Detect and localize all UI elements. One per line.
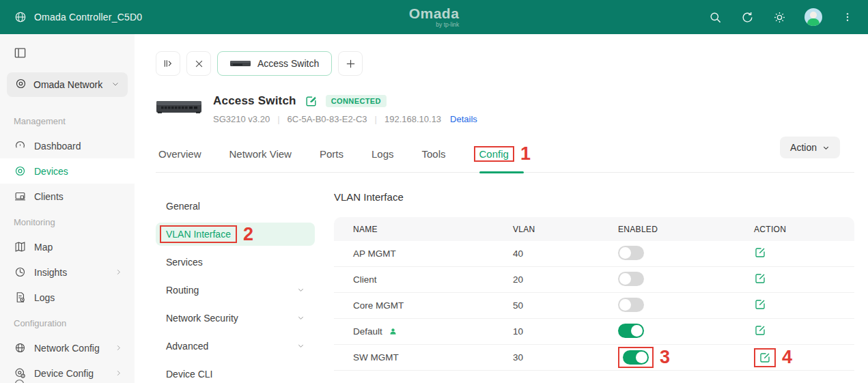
active-tab-underline [479, 171, 524, 173]
insights-icon [14, 266, 26, 279]
edit-action-icon[interactable] [759, 352, 771, 364]
table-row: Default 10 [334, 319, 854, 345]
annotation-box-1: Config [474, 146, 514, 162]
col-action: ACTION [754, 225, 854, 234]
section-label-management: Management [0, 108, 135, 133]
site-pin-icon [15, 78, 27, 91]
sidebar-collapse-icon[interactable] [14, 46, 27, 60]
pane-title: VLAN Interface [334, 191, 854, 203]
device-tab-access-switch[interactable]: Access Switch [217, 51, 332, 76]
search-icon[interactable] [708, 10, 722, 24]
subnav-item-advanced[interactable]: Advanced [156, 335, 315, 358]
table-row: Client 20 [334, 267, 854, 293]
annotation-number-2: 2 [243, 225, 253, 244]
chevron-right-icon [115, 267, 122, 278]
sidebar: Omada Network Management Dashboard Devic… [0, 34, 135, 383]
subnav-item-services[interactable]: Services [156, 251, 315, 274]
sidebar-item-insights[interactable]: Insights [0, 259, 135, 285]
edit-action-icon[interactable] [754, 272, 766, 285]
status-badge: CONNECTED [326, 95, 387, 107]
more-menu-icon[interactable] [841, 10, 854, 24]
switch-thumbnail-icon [230, 59, 251, 68]
edit-action-icon[interactable] [754, 324, 766, 337]
edit-action-icon[interactable] [754, 246, 766, 259]
sidebar-item-logs[interactable]: Logs [0, 285, 135, 310]
expand-panel-button[interactable] [156, 51, 180, 76]
subnav-item-network-security[interactable]: Network Security [156, 307, 315, 330]
device-tab-bar: Access Switch [156, 51, 854, 76]
controller-title: Omada Controller_C5D0 [34, 12, 142, 23]
annotation-number-3: 3 [660, 348, 670, 367]
table-row: SW MGMT 30 3 [334, 345, 854, 371]
devices-icon [14, 165, 26, 178]
globe-icon [14, 10, 27, 24]
tab-logs[interactable]: Logs [372, 148, 394, 160]
user-avatar[interactable] [804, 8, 822, 26]
subnav-item-general[interactable]: General [156, 195, 315, 218]
brightness-icon[interactable] [772, 10, 786, 24]
sidebar-item-map[interactable]: Map [0, 234, 135, 259]
device-tabs: Overview Network View Ports Logs Tools C… [156, 145, 854, 173]
subnav-item-device-cli[interactable]: Device CLI [156, 363, 315, 383]
chevron-down-icon [822, 144, 830, 152]
annotation-number-4: 4 [782, 348, 792, 367]
annotation-box-3 [618, 347, 654, 368]
sidebar-item-partial-icon [14, 378, 25, 383]
refresh-icon[interactable] [740, 10, 754, 24]
enabled-toggle[interactable] [618, 324, 644, 338]
tab-tools[interactable]: Tools [421, 148, 445, 160]
device-header: Access Switch CONNECTED SG3210 v3.20 | 6… [156, 94, 854, 124]
enabled-toggle[interactable] [618, 272, 644, 286]
sidebar-item-dashboard[interactable]: Dashboard [0, 133, 135, 158]
omada-logo: Omada by tp-link [409, 6, 460, 28]
section-label-configuration: Configuration [0, 310, 135, 335]
sidebar-item-devices[interactable]: Devices [0, 158, 135, 184]
device-model: SG3210 v3.20 [213, 114, 270, 124]
tab-overview[interactable]: Overview [158, 148, 201, 160]
subnav-item-routing[interactable]: Routing [156, 279, 315, 302]
col-vlan: VLAN [513, 225, 618, 234]
enabled-toggle[interactable] [618, 298, 644, 312]
chevron-right-icon [115, 343, 122, 354]
table-header: NAME VLAN ENABLED ACTION [334, 217, 854, 241]
add-tab-button[interactable] [338, 51, 363, 76]
edit-action-icon[interactable] [754, 298, 766, 311]
subnav-item-vlan-interface[interactable]: VLAN Interface 2 [156, 223, 315, 246]
tab-ports[interactable]: Ports [320, 148, 344, 160]
site-selector[interactable]: Omada Network [7, 72, 128, 97]
chevron-right-icon [115, 368, 122, 379]
edit-device-name-icon[interactable] [305, 95, 318, 108]
tab-network-view[interactable]: Network View [229, 148, 292, 160]
config-subnav: General VLAN Interface 2 Services Routin… [156, 187, 315, 383]
chevron-down-icon [297, 285, 305, 296]
action-button[interactable]: Action [780, 137, 840, 158]
sidebar-item-network-config[interactable]: Network Config [0, 335, 135, 360]
vlan-table: NAME VLAN ENABLED ACTION AP MGMT 40 [334, 217, 854, 371]
table-row: Core MGMT 50 [334, 293, 854, 319]
vlan-interface-pane: VLAN Interface NAME VLAN ENABLED ACTION … [315, 187, 854, 383]
enabled-toggle[interactable] [623, 350, 649, 365]
table-row: AP MGMT 40 [334, 241, 854, 267]
tab-config[interactable]: Config [479, 148, 509, 160]
section-label-monitoring: Monitoring [0, 209, 135, 234]
map-icon [14, 241, 26, 253]
top-bar: Omada Controller_C5D0 Omada by tp-link [0, 0, 868, 34]
logs-icon [14, 292, 26, 304]
gauge-icon [14, 140, 26, 152]
switch-device-image [156, 96, 202, 117]
annotation-box-2: VLAN Interface [160, 225, 237, 243]
device-mac: 6C-5A-B0-83-E2-C3 [288, 114, 367, 124]
enabled-toggle[interactable] [618, 246, 644, 260]
close-tab-button[interactable] [186, 51, 211, 76]
device-config-gear-icon [14, 367, 26, 380]
clients-icon [14, 190, 26, 203]
device-ip: 192.168.10.13 [384, 114, 441, 124]
sidebar-item-clients[interactable]: Clients [0, 184, 135, 209]
main-panel: Access Switch Access Switch CONNECTED [135, 34, 868, 383]
site-name: Omada Network [33, 79, 102, 90]
annotation-number-1: 1 [520, 145, 531, 163]
details-link[interactable]: Details [450, 114, 477, 124]
col-name: NAME [334, 225, 513, 234]
default-network-person-icon [389, 327, 397, 336]
chevron-down-icon [297, 313, 305, 324]
